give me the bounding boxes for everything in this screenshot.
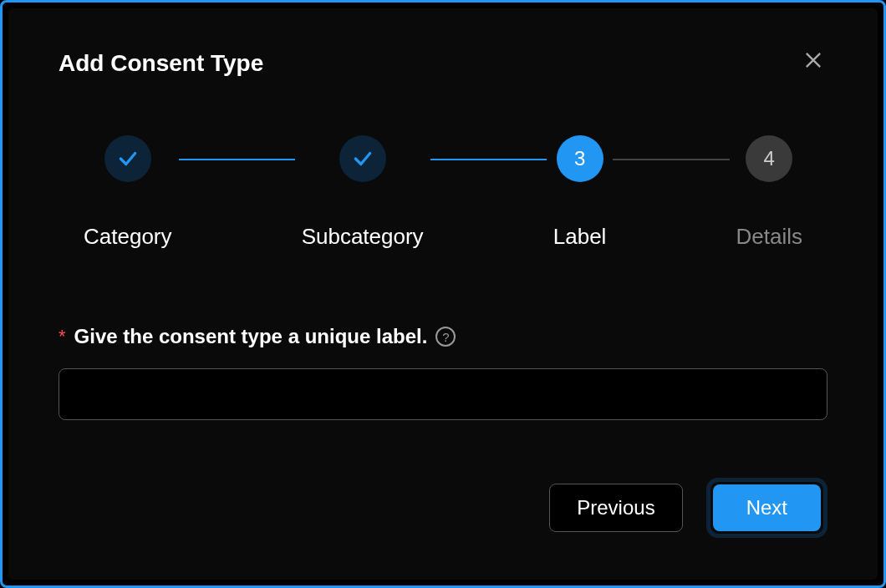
step-label: Details	[736, 224, 802, 250]
required-indicator: *	[59, 326, 66, 347]
step-circle-pending: 4	[746, 135, 792, 182]
close-icon	[802, 48, 825, 72]
next-button-highlight: Next	[706, 478, 827, 538]
step-circle-completed	[104, 135, 151, 182]
step-label: Label	[553, 224, 607, 250]
next-button[interactable]: Next	[713, 484, 821, 531]
step-category[interactable]: Category	[84, 135, 172, 250]
wizard-stepper: Category Subcategory 3 Label 4 Details	[59, 135, 827, 250]
step-connector	[179, 159, 295, 160]
step-subcategory[interactable]: Subcategory	[302, 135, 424, 250]
step-label: Subcategory	[302, 224, 424, 250]
step-label[interactable]: 3 Label	[553, 135, 607, 250]
step-circle-active: 3	[557, 135, 603, 182]
step-connector	[613, 159, 729, 160]
step-details[interactable]: 4 Details	[736, 135, 802, 250]
checkmark-icon	[117, 148, 139, 170]
dialog-header: Add Consent Type	[59, 50, 827, 77]
add-consent-type-dialog: Add Consent Type Category	[8, 8, 878, 580]
checkmark-icon	[352, 148, 374, 170]
form-label-row: * Give the consent type a unique label. …	[59, 325, 827, 348]
step-circle-completed	[339, 135, 386, 182]
consent-label-input[interactable]	[59, 368, 827, 420]
dialog-title: Add Consent Type	[59, 50, 263, 77]
step-label: Category	[84, 224, 172, 250]
help-icon[interactable]: ?	[435, 327, 456, 347]
previous-button[interactable]: Previous	[549, 484, 682, 532]
form-section: * Give the consent type a unique label. …	[59, 325, 827, 420]
field-label: Give the consent type a unique label.	[74, 325, 428, 348]
step-connector	[430, 159, 547, 160]
close-button[interactable]	[795, 42, 832, 79]
dialog-footer: Previous Next	[549, 478, 827, 538]
